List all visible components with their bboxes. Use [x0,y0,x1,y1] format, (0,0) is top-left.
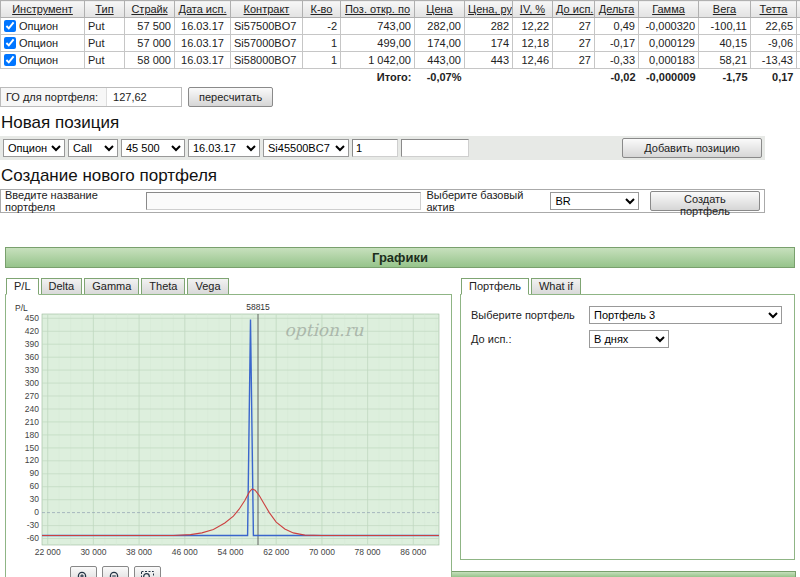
cell-iv: 12,46 [513,52,553,69]
svg-text:-30: -30 [27,520,40,530]
create-portfolio-button[interactable]: Создать портфель [650,191,760,211]
col-qty[interactable]: К-во [303,1,341,18]
tab-whatif[interactable]: What if [531,278,581,295]
col-delta[interactable]: Дельта [595,1,639,18]
cell-gamma: -0,000320 [639,18,699,35]
portfolio-tabs: Портфель What if [461,277,795,294]
cell-price-rub: 443 [465,52,513,69]
cell-delta: 0,49 [595,18,639,35]
days-select[interactable]: В днях [589,330,669,348]
col-theta[interactable]: Тетта [751,1,797,18]
chart-tabs: P/L Delta Gamma Theta Vega [6,277,452,294]
col-open-price[interactable]: Поз. откр. по [341,1,415,18]
cell-price-rub: 174 [465,35,513,52]
svg-text:420: 420 [25,326,39,336]
tab-vega[interactable]: Vega [187,278,228,295]
tab-delta[interactable]: Delta [41,278,83,295]
position-checkbox[interactable] [4,54,16,66]
svg-text:150: 150 [25,443,39,453]
col-iv[interactable]: IV, % [513,1,553,18]
charts-panels: P/L Delta Gamma Theta Vega 22 00030 0003… [5,277,795,577]
instrument-label: Опцион [19,54,58,66]
position-checkbox[interactable] [4,20,16,32]
new-position-title: Новая позиция [1,113,800,133]
col-type[interactable]: Тип [85,1,125,18]
cell-instrument: Опцион [1,52,85,69]
add-position-button[interactable]: Добавить позицию [622,138,762,158]
cell-price: 443,00 [415,52,465,69]
cell-theta: -13,43 [751,52,797,69]
cell-price: 174,00 [415,35,465,52]
col-price-rub[interactable]: Цена, руб [465,1,513,18]
new-portfolio-title: Создание нового портфеля [1,166,800,186]
cell-strike: 58 000 [125,52,175,69]
cell-days: 27 [553,18,595,35]
cell-vega: 58,21 [699,52,751,69]
cell-contract: Si57000BO7 [231,35,303,52]
cell-contract: Si57500BO7 [231,18,303,35]
cell-iv: 12,18 [513,35,553,52]
np-instrument-select[interactable]: Опцион [3,139,65,157]
new-portfolio-bar: Введите название портфеля Выберите базов… [0,189,765,213]
cell-open-price: 743,00 [341,18,415,35]
svg-text:78 000: 78 000 [355,547,381,557]
portfolio-select-row: Выберите портфель Портфель 3 [471,306,784,324]
go-label: ГО для портфеля: [1,88,107,106]
tab-pl[interactable]: P/L [6,278,39,295]
svg-text:P/L: P/L [15,303,28,313]
position-checkbox[interactable] [4,37,16,49]
portfolio-name-input[interactable] [146,192,422,210]
svg-text:38 000: 38 000 [126,547,152,557]
portfolio-select[interactable]: Портфель 3 [589,306,782,324]
cell-contract: Si58000BO7 [231,52,303,69]
cell-strike: 57 000 [125,35,175,52]
cell-type: Put [85,18,125,35]
go-value: 127,62 [107,91,181,103]
portfolio-panel: Портфель What if Выберите портфель Портф… [460,277,795,560]
zoom-in-icon[interactable] [70,566,97,577]
np-expiry-select[interactable]: 16.03.17 [188,139,260,157]
zoom-select-icon[interactable] [134,566,161,577]
svg-text:360: 360 [25,352,39,362]
totals-vega: -1,75 [699,69,751,86]
pl-chart[interactable]: 22 00030 00038 00046 00054 00062 00070 0… [12,301,445,559]
col-days[interactable]: До исп. [553,1,595,18]
col-vega[interactable]: Вега [699,1,751,18]
col-price[interactable]: Цена [415,1,465,18]
svg-text:300: 300 [25,378,39,388]
cell-expiry: 16.03.17 [175,35,231,52]
cell-type: Put [85,35,125,52]
base-asset-select[interactable]: BR [550,192,638,210]
svg-text:60: 60 [30,481,40,491]
col-instrument[interactable]: Инструмент [1,1,85,18]
col-expiry[interactable]: Дата исп. [175,1,231,18]
col-plusminus: +/- [797,1,800,18]
np-contract-select[interactable]: Si45500BC7 [263,139,349,157]
totals-row: Итого: -0,07% -0,02 -0,000009 -1,75 0,17 [1,69,800,86]
col-contract[interactable]: Контракт [231,1,303,18]
cell-days: 27 [553,52,595,69]
col-gamma[interactable]: Гамма [639,1,699,18]
np-strike-select[interactable]: 45 500 [121,139,185,157]
chart-panel: P/L Delta Gamma Theta Vega 22 00030 0003… [5,277,452,577]
svg-text:86 000: 86 000 [400,547,426,557]
chart-box: 22 00030 00038 00046 00054 00062 00070 0… [5,294,452,577]
tab-theta[interactable]: Theta [141,278,185,295]
np-type-select[interactable]: Call [68,139,118,157]
cell-qty: 1 [303,35,341,52]
recalculate-button[interactable]: пересчитать [188,87,273,107]
tab-portfolio[interactable]: Портфель [461,278,529,295]
col-strike[interactable]: Страйк [125,1,175,18]
svg-text:390: 390 [25,339,39,349]
svg-text:330: 330 [25,365,39,375]
svg-text:46 000: 46 000 [172,547,198,557]
np-qty-input[interactable] [352,139,398,157]
tab-gamma[interactable]: Gamma [84,278,139,295]
cell-qty: -2 [303,18,341,35]
days-select-label: До исп.: [471,333,589,345]
cell-price-rub: 282 [465,18,513,35]
portfolio-name-label: Введите название портфеля [5,189,141,213]
np-price-input[interactable] [401,139,469,157]
new-position-bar: Опцион Call 45 500 16.03.17 Si45500BC7 Д… [0,136,765,160]
zoom-out-icon[interactable] [102,566,129,577]
